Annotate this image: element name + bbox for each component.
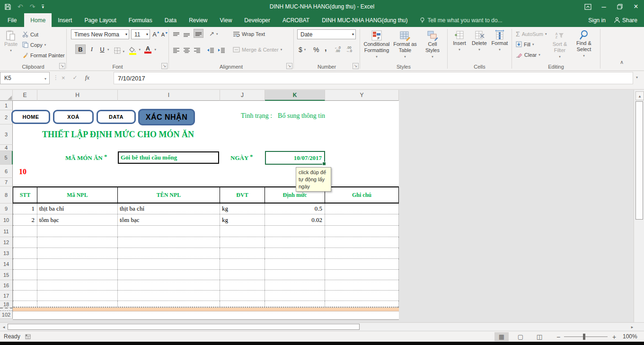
row-header-18[interactable]: 18: [0, 301, 13, 308]
align-center-button[interactable]: [183, 45, 190, 54]
insert-function-icon[interactable]: fx: [85, 74, 89, 81]
tab-view[interactable]: View: [214, 13, 238, 27]
clipboard-dialog-launcher-icon[interactable]: ↘: [59, 63, 65, 69]
zoom-out-button[interactable]: −: [555, 332, 562, 341]
table-row-empty[interactable]: [13, 259, 399, 270]
xoa-button[interactable]: XOÁ: [53, 110, 94, 124]
tab-developer[interactable]: Developer: [238, 13, 276, 27]
number-dialog-launcher-icon[interactable]: ↘: [353, 63, 359, 69]
tab-custom-workbook[interactable]: DINH MUC-NHA HANG(dung thu): [316, 13, 414, 27]
table-row-empty[interactable]: [13, 301, 399, 308]
selected-cell-K5[interactable]: 10/07/2017: [265, 151, 325, 165]
orientation-button[interactable]: ↗▾: [208, 29, 219, 39]
row-header-102[interactable]: 102: [0, 311, 13, 319]
font-name-combobox[interactable]: Times New Roma▾: [71, 29, 129, 39]
zoom-level[interactable]: 100%: [623, 333, 637, 340]
row-header-8[interactable]: 8: [0, 186, 13, 203]
comma-style-button[interactable]: ,: [323, 43, 328, 53]
table-row[interactable]: 1 thịt ba chỉ thịt ba chỉ kg 0.5: [13, 203, 399, 214]
wrap-text-button[interactable]: Wrap Text: [231, 29, 266, 39]
name-box[interactable]: K5 ▾: [0, 72, 50, 84]
format-as-table-button[interactable]: Format as Table▾: [391, 28, 419, 60]
cancel-entry-icon[interactable]: ×: [62, 74, 65, 81]
data-button[interactable]: DATA: [97, 110, 136, 124]
tab-data[interactable]: Data: [159, 13, 183, 27]
xac-nhan-button[interactable]: XÁC NHẬN: [138, 109, 195, 125]
table-row[interactable]: 2 tôm bạc tôm bạc kg 0.02: [13, 214, 399, 226]
alignment-dialog-launcher-icon[interactable]: ↘: [286, 63, 292, 69]
column-header-Y[interactable]: Y: [325, 90, 399, 101]
borders-button[interactable]: ▾: [114, 46, 124, 54]
row-header-1[interactable]: 1: [0, 101, 13, 110]
sign-in-link[interactable]: Sign in: [588, 17, 606, 24]
align-left-button[interactable]: [173, 45, 180, 54]
tab-file[interactable]: File: [0, 13, 24, 27]
view-page-layout-button[interactable]: ▢: [513, 332, 528, 341]
align-middle-button[interactable]: [183, 30, 190, 39]
column-header-J[interactable]: J: [220, 90, 265, 101]
font-dialog-launcher-icon[interactable]: ↘: [161, 63, 168, 69]
collapse-ribbon-icon[interactable]: ∧: [620, 59, 624, 65]
tab-formulas[interactable]: Formulas: [123, 13, 159, 27]
autosum-button[interactable]: Σ AutoSum▾: [514, 29, 548, 39]
underline-dropdown-icon[interactable]: ▾: [107, 48, 109, 52]
row-header-14[interactable]: 14: [0, 259, 13, 270]
share-button[interactable]: Share: [614, 17, 637, 24]
home-button[interactable]: HOME: [11, 110, 50, 124]
zoom-slider-thumb[interactable]: [583, 334, 585, 340]
fill-handle[interactable]: [322, 162, 326, 166]
close-button[interactable]: ×: [628, 0, 644, 13]
tab-acrobat[interactable]: ACROBAT: [276, 13, 316, 27]
delete-cells-button[interactable]: Delete▾: [470, 28, 489, 53]
align-bottom-button[interactable]: [194, 29, 203, 38]
scroll-left-icon[interactable]: ◂: [1, 324, 7, 330]
merge-center-button[interactable]: Merge & Center ▾: [231, 44, 283, 54]
table-row-empty[interactable]: [13, 291, 399, 301]
sort-filter-button[interactable]: A Z Sort & Filter▾: [549, 28, 571, 60]
row-header-4[interactable]: 4: [0, 145, 13, 151]
minimize-button[interactable]: ─: [596, 0, 612, 13]
bold-button[interactable]: B: [75, 44, 86, 54]
insert-cells-button[interactable]: Insert▾: [450, 28, 469, 53]
row-header-3[interactable]: 3: [0, 124, 13, 145]
fill-color-button[interactable]: ▾: [129, 45, 136, 55]
cut-button[interactable]: Cut: [21, 29, 40, 39]
format-cells-button[interactable]: Format▾: [490, 28, 510, 53]
row-header-7[interactable]: 7: [0, 178, 13, 186]
tab-page-layout[interactable]: Page Layout: [78, 13, 122, 27]
ribbon-display-options-icon[interactable]: [580, 0, 596, 13]
conditional-formatting-button[interactable]: ≠ Conditional Formatting▾: [362, 28, 391, 60]
expand-formula-bar-icon[interactable]: ▾: [636, 75, 638, 80]
row-header-9[interactable]: 9: [0, 203, 13, 214]
align-top-button[interactable]: [173, 30, 180, 39]
decrease-indent-button[interactable]: [207, 45, 214, 54]
number-format-combobox[interactable]: Date▾: [297, 29, 356, 39]
table-row-empty[interactable]: [13, 237, 399, 248]
copy-button[interactable]: Copy ▾: [21, 40, 47, 50]
underline-button[interactable]: U: [97, 44, 107, 54]
decrease-decimal-button[interactable]: .00 →.0: [346, 46, 352, 53]
row-header-12[interactable]: 12: [0, 237, 13, 248]
accounting-format-button[interactable]: $▾: [297, 44, 307, 54]
scroll-right-icon[interactable]: ▸: [629, 324, 635, 330]
increase-decimal-button[interactable]: ←.0 .00: [335, 46, 341, 53]
formula-bar-separator[interactable]: ⋮: [53, 74, 59, 81]
table-row-empty[interactable]: [13, 270, 399, 280]
increase-indent-button[interactable]: [218, 45, 225, 54]
table-row-empty[interactable]: [13, 226, 399, 237]
row-header-11[interactable]: 11: [0, 226, 13, 237]
fill-button[interactable]: Fill▾: [514, 39, 536, 49]
restore-button[interactable]: [612, 0, 628, 13]
cell-styles-button[interactable]: Cell Styles▾: [420, 28, 445, 60]
vertical-scroll-thumb[interactable]: [635, 101, 643, 220]
row-header-16[interactable]: 16: [0, 280, 13, 291]
name-box-dropdown-icon[interactable]: ▾: [44, 77, 46, 81]
view-page-break-button[interactable]: ◫: [532, 332, 547, 341]
percent-style-button[interactable]: %: [312, 44, 320, 54]
tab-review[interactable]: Review: [183, 13, 213, 27]
confirm-entry-icon[interactable]: ✓: [73, 74, 78, 81]
row-header-5-selected[interactable]: 5: [0, 151, 13, 165]
row-header-2[interactable]: 2: [0, 110, 13, 124]
scroll-up-icon[interactable]: ▴: [635, 91, 644, 100]
font-color-button[interactable]: A ▾: [144, 44, 151, 53]
